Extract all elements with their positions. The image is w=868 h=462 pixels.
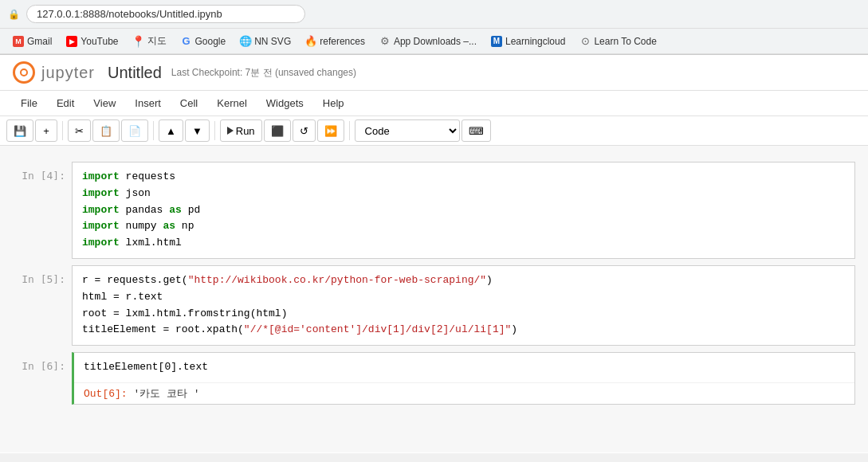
jupyter-logo: jupyter xyxy=(13,61,95,84)
bookmark-learntocode-label: Learn To Code xyxy=(594,36,657,47)
notebook-content: In [4]: import requests import json impo… xyxy=(0,146,868,452)
run-icon xyxy=(227,127,234,135)
menu-edit[interactable]: Edit xyxy=(49,94,82,112)
menu-widgets[interactable]: Widgets xyxy=(258,94,312,112)
bookmark-maps-label: 지도 xyxy=(147,34,167,48)
bookmark-references-label: references xyxy=(320,36,365,47)
checkpoint-info: Last Checkpoint: 7분 전 (unsaved changes) xyxy=(171,66,356,80)
bookmark-learntocode[interactable]: ⊙ Learn To Code xyxy=(573,33,663,49)
str-url: "http://wikibook.co.kr/python-for-web-sc… xyxy=(188,274,486,286)
cell-4-line-2: import json xyxy=(82,186,845,202)
cell-6-input: titleElement[0].text xyxy=(84,359,845,376)
kw-as-1: as xyxy=(169,204,182,216)
browser-chrome: 🔒 127.0.0.1:8888/notebooks/Untitled.ipyn… xyxy=(0,0,868,55)
cell-4-line-3: import pandas as pd xyxy=(82,202,845,219)
nnsvg-icon: 🌐 xyxy=(240,36,251,47)
jupyter-logo-icon xyxy=(13,61,35,84)
cell-4-line-4: import numpy as np xyxy=(82,218,845,235)
kw-import-4: import xyxy=(82,220,120,232)
bookmark-nnsvg-label: NN SVG xyxy=(254,36,291,47)
bookmark-gmail[interactable]: M Gmail xyxy=(6,33,58,49)
google-icon: G xyxy=(181,36,192,47)
bookmark-youtube[interactable]: ▶ YouTube xyxy=(60,33,124,49)
cell-4-line-1: import requests xyxy=(82,169,845,186)
cell-5-line-1: r = requests.get("http://wikibook.co.kr/… xyxy=(82,272,845,289)
learntocode-icon: ⊙ xyxy=(579,36,591,47)
cell-4: In [4]: import requests import json impo… xyxy=(0,162,868,259)
cell-4-code: import requests import json import panda… xyxy=(73,162,854,258)
kw-import-1: import xyxy=(82,170,120,182)
kw-import-5: import xyxy=(82,237,120,249)
cell-5-content[interactable]: r = requests.get("http://wikibook.co.kr/… xyxy=(72,265,855,346)
move-up-button[interactable]: ▲ xyxy=(159,119,183,142)
str-xpath: "//*[@id='content']/div[1]/div[2]/ul/li[… xyxy=(244,323,511,335)
run-label: Run xyxy=(236,125,255,137)
menu-insert[interactable]: Insert xyxy=(127,94,169,112)
cell-6: In [6]: titleElement[0].text Out[6]: '카도… xyxy=(0,352,868,405)
learningcloud-icon: M xyxy=(491,36,502,47)
bookmark-appdownloads-label: App Downloads –... xyxy=(394,36,477,47)
cell-5: In [5]: r = requests.get("http://wikiboo… xyxy=(0,265,868,346)
copy-button[interactable]: 📋 xyxy=(92,119,120,142)
jupyter-brand-text: jupyter xyxy=(41,64,95,82)
jupyter-logo-inner xyxy=(20,69,28,76)
cell-6-out-value: '카도 코타 ' xyxy=(133,388,199,400)
cell-type-select[interactable]: Code Markdown Raw NBConvert Heading xyxy=(355,119,460,142)
notebook-title[interactable]: Untitled xyxy=(108,64,162,82)
add-cell-button[interactable]: + xyxy=(35,119,57,142)
jupyter-container: jupyter Untitled Last Checkpoint: 7분 전 (… xyxy=(0,55,868,453)
kw-import-2: import xyxy=(82,187,120,199)
bookmark-maps[interactable]: 📍 지도 xyxy=(127,32,173,50)
toolbar-sep-1 xyxy=(62,121,63,140)
appdownloads-icon: ⚙ xyxy=(379,36,391,47)
bookmark-gmail-label: Gmail xyxy=(27,36,52,47)
bookmark-learningcloud[interactable]: M Learningcloud xyxy=(485,33,571,49)
bookmark-references[interactable]: 🔥 references xyxy=(299,33,371,49)
restart-button[interactable]: ↺ xyxy=(293,119,316,142)
cell-5-line-3: root = lxml.html.fromstring(html) xyxy=(82,306,845,323)
maps-icon: 📍 xyxy=(133,36,144,47)
bookmark-youtube-label: YouTube xyxy=(81,36,118,47)
toolbar-sep-2 xyxy=(153,121,154,140)
restart-run-button[interactable]: ⏩ xyxy=(317,119,344,142)
toolbar: 💾 + ✂ 📋 📄 ▲ ▼ Run ⬛ ↺ ⏩ Code Markdown Ra… xyxy=(0,116,868,146)
kw-as-2: as xyxy=(163,220,175,232)
bookmark-google[interactable]: G Google xyxy=(175,33,233,49)
interrupt-button[interactable]: ⬛ xyxy=(264,119,291,142)
address-input[interactable]: 127.0.0.1:8888/notebooks/Untitled.ipynb xyxy=(26,5,305,23)
keyboard-shortcuts-button[interactable]: ⌨ xyxy=(461,119,491,142)
cell-4-line-5: import lxml.html xyxy=(82,235,845,252)
cell-6-code[interactable]: titleElement[0].text xyxy=(74,353,854,382)
cell-4-content[interactable]: import requests import json import panda… xyxy=(72,162,855,259)
run-button[interactable]: Run xyxy=(220,119,262,142)
address-bar: 🔒 127.0.0.1:8888/notebooks/Untitled.ipyn… xyxy=(0,0,868,29)
cell-5-prompt: In [5]: xyxy=(0,265,72,346)
menu-view[interactable]: View xyxy=(85,94,124,112)
menu-bar: File Edit View Insert Cell Kernel Widget… xyxy=(0,91,868,116)
unsaved-text: (unsaved changes) xyxy=(275,67,356,78)
move-down-button[interactable]: ▼ xyxy=(185,119,210,142)
paste-button[interactable]: 📄 xyxy=(121,119,148,142)
checkpoint-text: Last Checkpoint: 7분 전 xyxy=(171,67,273,78)
references-icon: 🔥 xyxy=(305,36,316,47)
menu-file[interactable]: File xyxy=(13,94,45,112)
cell-6-output: Out[6]: '카도 코타 ' xyxy=(74,382,854,404)
cell-5-code: r = requests.get("http://wikibook.co.kr/… xyxy=(73,266,854,345)
jupyter-header: jupyter Untitled Last Checkpoint: 7분 전 (… xyxy=(0,55,868,91)
bookmark-learningcloud-label: Learningcloud xyxy=(505,36,565,47)
cell-4-prompt: In [4]: xyxy=(0,162,72,259)
bookmark-google-label: Google xyxy=(195,36,226,47)
menu-cell[interactable]: Cell xyxy=(172,94,206,112)
gmail-icon: M xyxy=(13,36,24,47)
cell-6-out-label: Out[6]: xyxy=(84,388,128,400)
cut-button[interactable]: ✂ xyxy=(68,119,91,142)
cell-5-line-2: html = r.text xyxy=(82,289,845,306)
bookmark-nnsvg[interactable]: 🌐 NN SVG xyxy=(234,33,297,49)
save-button[interactable]: 💾 xyxy=(6,119,33,142)
cell-5-line-4: titleElement = root.xpath("//*[@id='cont… xyxy=(82,322,845,339)
cell-6-content[interactable]: titleElement[0].text Out[6]: '카도 코타 ' xyxy=(72,352,855,405)
menu-kernel[interactable]: Kernel xyxy=(209,94,255,112)
toolbar-sep-4 xyxy=(349,121,350,140)
bookmark-appdownloads[interactable]: ⚙ App Downloads –... xyxy=(373,33,483,49)
menu-help[interactable]: Help xyxy=(315,94,352,112)
